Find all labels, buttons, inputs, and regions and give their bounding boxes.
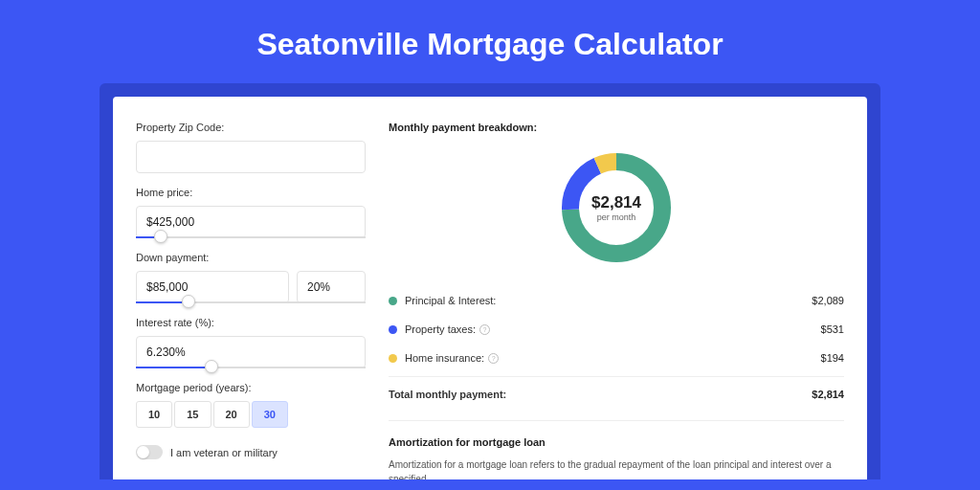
home-price-slider-fill	[136, 236, 154, 238]
period-tabs: 10152030	[136, 401, 366, 428]
period-label: Mortgage period (years):	[136, 382, 366, 393]
info-icon[interactable]: ?	[479, 324, 490, 335]
donut-sub: per month	[591, 212, 641, 222]
legend-label: Home insurance:?	[405, 352, 821, 364]
down-payment-pct-input[interactable]	[297, 271, 366, 303]
legend-value: $194	[821, 352, 844, 364]
interest-slider-thumb[interactable]	[205, 360, 218, 373]
zip-input[interactable]	[136, 141, 366, 173]
legend-row: Home insurance:?$194	[389, 344, 844, 372]
legend-row: Principal & Interest:$2,089	[389, 286, 844, 315]
amortization-text: Amortization for a mortgage loan refers …	[389, 457, 844, 479]
down-payment-input[interactable]	[136, 271, 289, 303]
veteran-label: I am veteran or military	[170, 447, 278, 458]
interest-slider[interactable]	[136, 367, 366, 368]
zip-label: Property Zip Code:	[136, 122, 366, 133]
period-tab-15[interactable]: 15	[174, 401, 211, 428]
breakdown-title: Monthly payment breakdown:	[389, 122, 844, 133]
interest-field-group: Interest rate (%):	[136, 317, 366, 368]
legend-label: Property taxes:?	[405, 323, 821, 335]
period-tab-30[interactable]: 30	[252, 401, 288, 428]
total-label: Total monthly payment:	[389, 389, 812, 400]
period-field-group: Mortgage period (years): 10152030	[136, 382, 366, 428]
interest-input[interactable]	[136, 336, 366, 368]
home-price-field-group: Home price:	[136, 187, 366, 238]
legend-dot	[389, 297, 397, 305]
home-price-input[interactable]	[136, 206, 366, 238]
info-icon[interactable]: ?	[488, 353, 499, 364]
veteran-toggle[interactable]	[136, 445, 163, 459]
page-title: Seatonville Mortgage Calculator	[0, 0, 980, 83]
total-value: $2,814	[812, 389, 844, 400]
donut-amount: $2,814	[591, 193, 641, 212]
calculator-card: Property Zip Code: Home price: Down paym…	[113, 97, 867, 479]
home-price-slider[interactable]	[136, 236, 366, 238]
veteran-toggle-row: I am veteran or military	[136, 445, 366, 459]
down-payment-slider-fill	[136, 301, 182, 303]
amortization-section: Amortization for mortgage loan Amortizat…	[389, 420, 844, 479]
period-tab-20[interactable]: 20	[213, 401, 250, 428]
legend-dot	[389, 354, 397, 363]
home-price-label: Home price:	[136, 187, 366, 198]
down-payment-field-group: Down payment:	[136, 252, 366, 303]
amortization-title: Amortization for mortgage loan	[389, 436, 844, 448]
interest-slider-fill	[136, 367, 205, 368]
legend-row-total: Total monthly payment: $2,814	[389, 376, 844, 409]
interest-label: Interest rate (%):	[136, 317, 366, 328]
donut-chart-wrap: $2,814 per month	[389, 146, 844, 269]
zip-field-group: Property Zip Code:	[136, 122, 366, 173]
donut-chart: $2,814 per month	[555, 146, 678, 269]
legend-label: Principal & Interest:	[405, 295, 812, 306]
breakdown-column: Monthly payment breakdown: $2,814 per mo…	[389, 122, 844, 479]
card-shadow: Property Zip Code: Home price: Down paym…	[100, 83, 880, 479]
down-payment-slider-thumb[interactable]	[182, 295, 195, 308]
down-payment-slider[interactable]	[136, 301, 366, 303]
form-column: Property Zip Code: Home price: Down paym…	[136, 122, 366, 479]
legend-value: $531	[821, 323, 844, 335]
period-tab-10[interactable]: 10	[136, 401, 172, 428]
legend-row: Property taxes:?$531	[389, 315, 844, 344]
legend-value: $2,089	[812, 295, 844, 306]
donut-center: $2,814 per month	[591, 193, 641, 222]
home-price-slider-thumb[interactable]	[154, 230, 167, 243]
down-payment-label: Down payment:	[136, 252, 366, 263]
legend-dot	[389, 325, 397, 334]
